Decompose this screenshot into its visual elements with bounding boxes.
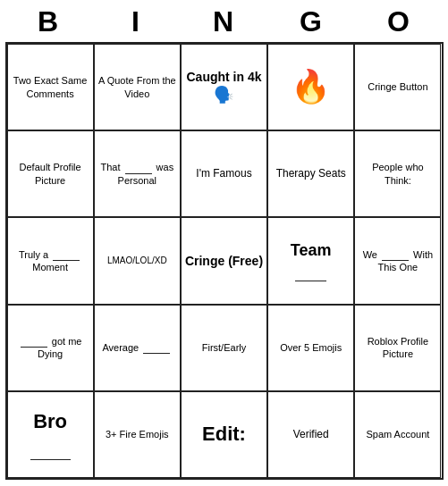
- cell-r5c3: Edit:: [181, 391, 267, 478]
- cell-r2c3: I'm Famous: [181, 130, 267, 217]
- cell-r2c4: Therapy Seats: [267, 130, 354, 217]
- cell-r5c5: Spam Account: [354, 391, 441, 478]
- cell-r5c4: Verified: [267, 391, 354, 478]
- cell-r4c1: got me Dying: [7, 305, 94, 391]
- cell-r1c2: A Quote From the Video: [94, 44, 181, 130]
- cell-r1c1: Two Exact Same Comments: [7, 44, 94, 130]
- cell-r1c3: Caught in 4k 🗣️: [181, 44, 267, 130]
- cell-r3c5: We With This One: [354, 217, 441, 304]
- letter-o: O: [359, 5, 440, 38]
- cell-r2c2: That was Personal: [94, 130, 181, 217]
- letter-i: I: [97, 5, 177, 38]
- cell-r1c5: Cringe Button: [354, 44, 441, 130]
- cell-r3c3: Cringe (Free): [181, 217, 267, 304]
- cell-r4c3: First/Early: [181, 305, 267, 391]
- cell-r3c2: LMAO/LOL/XD: [94, 217, 181, 304]
- cell-r4c5: Roblox Profile Picture: [354, 305, 441, 391]
- bingo-title: B I N G O: [5, 0, 444, 42]
- letter-b: B: [9, 5, 89, 38]
- cell-r5c1: Bro: [7, 391, 94, 478]
- letter-n: N: [184, 5, 265, 38]
- letter-g: G: [272, 5, 352, 38]
- cell-r4c2: Average: [94, 305, 181, 391]
- cell-r2c5: People who Think:: [354, 130, 441, 217]
- bingo-grid: Two Exact Same Comments A Quote From the…: [5, 42, 444, 480]
- cell-r1c4: 🔥: [267, 44, 354, 130]
- cell-r2c1: Default Profile Picture: [7, 130, 94, 217]
- cell-r5c2: 3+ Fire Emojis: [94, 391, 181, 478]
- cell-r3c4: Team: [267, 217, 354, 304]
- cell-r3c1: Truly a Moment: [7, 217, 94, 304]
- cell-r4c4: Over 5 Emojis: [267, 305, 354, 391]
